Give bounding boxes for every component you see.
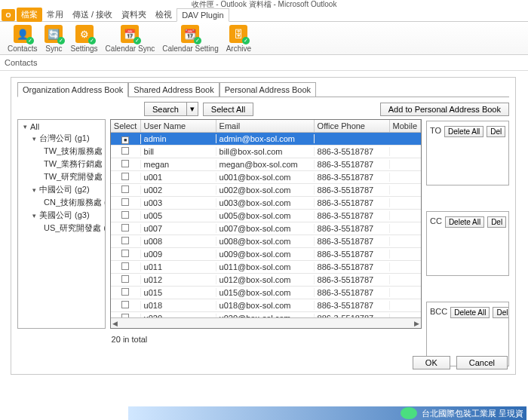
checkbox-icon[interactable]: [121, 288, 129, 296]
to-delete-button[interactable]: Del: [487, 126, 505, 137]
header-email[interactable]: Email: [216, 120, 315, 132]
ribbon-btn-label: Calendar Sync: [106, 44, 155, 53]
table-row[interactable]: u001u001@box-sol.com886-3-5518787: [111, 171, 421, 184]
ribbon-tab-folder[interactable]: 資料夾: [117, 8, 151, 22]
table-row[interactable]: u005u005@box-sol.com886-3-5518787: [111, 210, 421, 222]
ribbon-tab-sendreceive[interactable]: 傳送 / 接收: [68, 8, 117, 22]
group-tree[interactable]: ▾All▾台灣公司 (g1)TW_技術服務處 (g1-1)TW_業務行銷處 (g…: [17, 119, 106, 329]
checkbox-icon[interactable]: [121, 275, 129, 283]
contacts-grid: Select User Name Email Office Phone Mobi…: [110, 119, 422, 329]
horizontal-scrollbar[interactable]: ◀ ▶: [111, 317, 421, 328]
select-all-button[interactable]: Select All: [203, 103, 253, 116]
ribbon-btn-settings[interactable]: ⚙✓Settings: [67, 25, 100, 53]
ribbon-btn-contacts[interactable]: 👤✓Contacts: [5, 25, 40, 53]
ribbon-tab-home[interactable]: 常用: [42, 8, 68, 22]
checkbox-icon[interactable]: [121, 301, 129, 308]
ok-button[interactable]: OK: [413, 356, 450, 369]
tree-node[interactable]: ▾All: [21, 121, 102, 132]
search-button[interactable]: Search: [144, 102, 187, 116]
tree-toggle-icon[interactable]: ▾: [30, 186, 38, 194]
checkbox-icon[interactable]: [121, 237, 129, 244]
row-select-cell[interactable]: [111, 224, 141, 233]
outlook-logo-icon: O: [2, 9, 15, 21]
ribbon-tab-file[interactable]: 檔案: [17, 8, 42, 22]
tree-node[interactable]: CN_技術服務處 (g2_1): [21, 196, 102, 209]
tree-toggle-icon[interactable]: ▾: [30, 212, 38, 219]
scroll-left-icon[interactable]: ◀: [112, 320, 118, 327]
table-row[interactable]: u015u015@box-sol.com886-3-5518787: [111, 287, 421, 299]
table-row[interactable]: adminadmin@box-sol.com: [111, 133, 421, 146]
tree-node[interactable]: ▾中國公司 (g2): [21, 183, 102, 196]
table-row[interactable]: u008u008@box-sol.com886-3-5518787: [111, 235, 421, 248]
header-phone[interactable]: Office Phone: [315, 120, 390, 132]
header-user[interactable]: User Name: [141, 120, 216, 132]
row-select-cell[interactable]: [111, 198, 141, 207]
search-dropdown-button[interactable]: ▾: [187, 102, 198, 116]
ribbon-btn-sync[interactable]: 🔄✓Sync: [41, 25, 66, 53]
checkbox-icon[interactable]: [121, 224, 129, 231]
checkbox-icon[interactable]: [121, 160, 129, 167]
tree-node[interactable]: ▾美國公司 (g3): [21, 209, 102, 222]
table-row[interactable]: billbill@box-sol.com886-3-5518787: [111, 146, 421, 158]
table-row[interactable]: u018u018@box-sol.com886-3-5518787: [111, 299, 421, 312]
tree-toggle-icon[interactable]: ▾: [21, 123, 29, 130]
checkbox-icon[interactable]: [121, 198, 129, 206]
cancel-button[interactable]: Cancel: [456, 356, 508, 369]
tab-personal-address-book[interactable]: Personal Address Book: [219, 82, 316, 97]
row-select-cell[interactable]: [111, 301, 141, 310]
row-select-cell[interactable]: [111, 185, 141, 195]
row-select-cell[interactable]: [111, 160, 141, 169]
header-select[interactable]: Select: [111, 120, 141, 132]
row-phone: 886-3-5518787: [315, 250, 390, 259]
row-phone: 886-3-5518787: [315, 211, 390, 220]
row-select-cell[interactable]: [111, 134, 141, 144]
row-select-cell[interactable]: [111, 262, 141, 271]
cc-delete-all-button[interactable]: Delete All: [445, 216, 484, 228]
bcc-delete-all-button[interactable]: Delete All: [450, 307, 490, 318]
table-row[interactable]: u007u007@box-sol.com886-3-5518787: [111, 222, 421, 235]
add-to-personal-button[interactable]: Add to Personal Address Book: [380, 103, 509, 116]
bcc-delete-button[interactable]: Del: [493, 307, 509, 318]
ribbon-btn-calendar-setting[interactable]: 📆✓Calendar Setting: [159, 25, 222, 53]
tree-node[interactable]: TW_研究開發處 (g1_rd): [21, 170, 102, 183]
totals-label: 20 in total: [110, 329, 422, 345]
scroll-right-icon[interactable]: ▶: [414, 320, 419, 327]
to-delete-all-button[interactable]: Delete All: [444, 126, 483, 137]
table-row[interactable]: u009u009@box-sol.com886-3-5518787: [111, 248, 421, 261]
checkbox-icon[interactable]: [121, 250, 129, 257]
row-select-cell[interactable]: [111, 250, 141, 259]
ribbon-tab-davplugin[interactable]: DAV Plugin: [177, 8, 229, 22]
ribbon-tab-view[interactable]: 檢視: [151, 8, 177, 22]
table-row[interactable]: u003u003@box-sol.com886-3-5518787: [111, 197, 421, 210]
row-select-cell[interactable]: [111, 288, 141, 297]
tab-org-address-book[interactable]: Organization Address Book: [17, 82, 128, 97]
checkbox-icon[interactable]: [121, 173, 129, 180]
checkbox-icon[interactable]: [121, 136, 129, 144]
table-row[interactable]: u011u011@box-sol.com886-3-5518787: [111, 261, 421, 274]
ribbon-btn-archive[interactable]: 🗄✓Archive: [223, 25, 254, 53]
checkbox-icon[interactable]: [121, 185, 129, 193]
checkbox-icon[interactable]: [121, 262, 129, 270]
table-row[interactable]: meganmegan@box-sol.com886-3-5518787: [111, 158, 421, 171]
row-select-cell[interactable]: [111, 275, 141, 284]
table-row[interactable]: u012u012@box-sol.com886-3-5518787: [111, 274, 421, 287]
row-select-cell[interactable]: [111, 211, 141, 220]
tree-toggle-icon[interactable]: ▾: [30, 135, 38, 143]
checkbox-icon[interactable]: [121, 211, 129, 219]
table-row[interactable]: u002u002@box-sol.com886-3-5518787: [111, 184, 421, 197]
tree-node[interactable]: TW_業務行銷處 (g1_sales): [21, 158, 102, 170]
ribbon-btn-calendar-sync[interactable]: 📅✓Calendar Sync: [103, 25, 158, 53]
ribbon-body: 👤✓Contacts🔄✓Sync⚙✓Settings📅✓Calendar Syn…: [0, 22, 528, 55]
cc-delete-button[interactable]: Del: [487, 216, 506, 228]
tree-node[interactable]: TW_技術服務處 (g1-1): [21, 145, 102, 158]
row-select-cell[interactable]: [111, 147, 141, 156]
row-select-cell[interactable]: [111, 237, 141, 246]
contacts-icon: 👤✓: [14, 25, 32, 43]
tab-shared-address-book[interactable]: Shared Address Book: [128, 82, 219, 97]
row-select-cell[interactable]: [111, 173, 141, 182]
checkbox-icon[interactable]: [121, 147, 129, 155]
tree-node[interactable]: US_研究開發處 (g3_rd): [21, 222, 102, 235]
table-row[interactable]: u020u020@box-sol.com886-3-5518787: [111, 312, 421, 317]
tree-node[interactable]: ▾台灣公司 (g1): [21, 132, 102, 145]
header-mobile[interactable]: Mobile: [390, 120, 421, 132]
